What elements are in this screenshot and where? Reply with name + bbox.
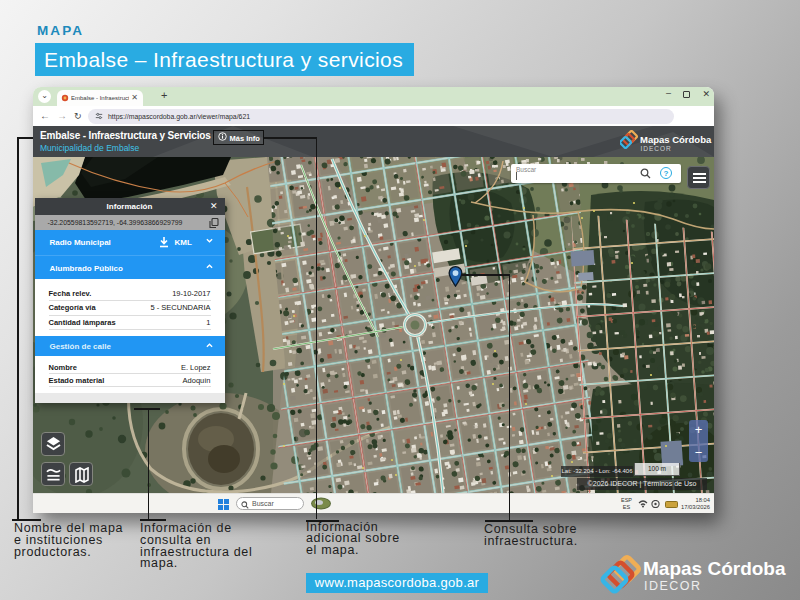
svg-text:IDECOR: IDECOR	[644, 579, 702, 593]
svg-text:IDECOR: IDECOR	[641, 145, 672, 152]
svg-text:Mapas Córdoba: Mapas Córdoba	[640, 134, 712, 145]
svg-text:Mapas Córdoba: Mapas Córdoba	[643, 558, 786, 579]
